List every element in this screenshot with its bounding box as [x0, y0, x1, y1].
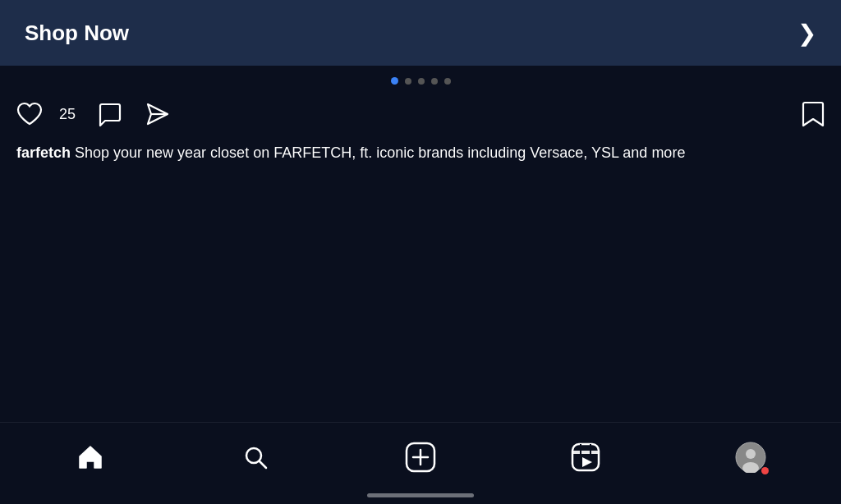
action-row: 25 — [0, 91, 841, 134]
nav-reels[interactable] — [561, 437, 610, 478]
profile-notification-dot — [761, 467, 769, 474]
shop-now-banner[interactable]: Shop Now ❯ — [0, 0, 841, 66]
post-caption: farfetch Shop your new year closet on FA… — [0, 134, 841, 177]
share-button[interactable] — [145, 101, 171, 127]
dot-2 — [405, 78, 411, 85]
like-count: 25 — [59, 106, 76, 123]
nav-home[interactable] — [66, 437, 115, 478]
shop-now-text: Shop Now — [25, 21, 129, 46]
nav-profile[interactable] — [726, 437, 775, 478]
bottom-nav — [0, 423, 841, 488]
like-button[interactable] — [16, 102, 43, 126]
svg-rect-7 — [572, 444, 599, 470]
svg-point-13 — [746, 449, 756, 459]
dot-1 — [391, 77, 398, 85]
post-username: farfetch — [16, 144, 71, 161]
svg-marker-11 — [582, 457, 592, 467]
dot-5 — [444, 78, 451, 85]
carousel-dots — [0, 66, 841, 91]
svg-line-3 — [260, 461, 266, 468]
nav-search[interactable] — [231, 437, 280, 478]
main-content: 25 farfetch Shop your new year closet on… — [0, 66, 841, 504]
home-indicator-bar — [367, 493, 474, 497]
bookmark-button[interactable] — [802, 101, 825, 127]
dot-3 — [418, 78, 425, 85]
nav-add[interactable] — [396, 437, 445, 478]
dot-4 — [431, 78, 438, 85]
post-caption-text: Shop your new year closet on FARFETCH, f… — [71, 144, 685, 161]
home-indicator — [0, 488, 841, 504]
chevron-right-icon: ❯ — [797, 20, 816, 47]
comment-button[interactable] — [97, 101, 123, 127]
svg-rect-8 — [572, 451, 599, 454]
